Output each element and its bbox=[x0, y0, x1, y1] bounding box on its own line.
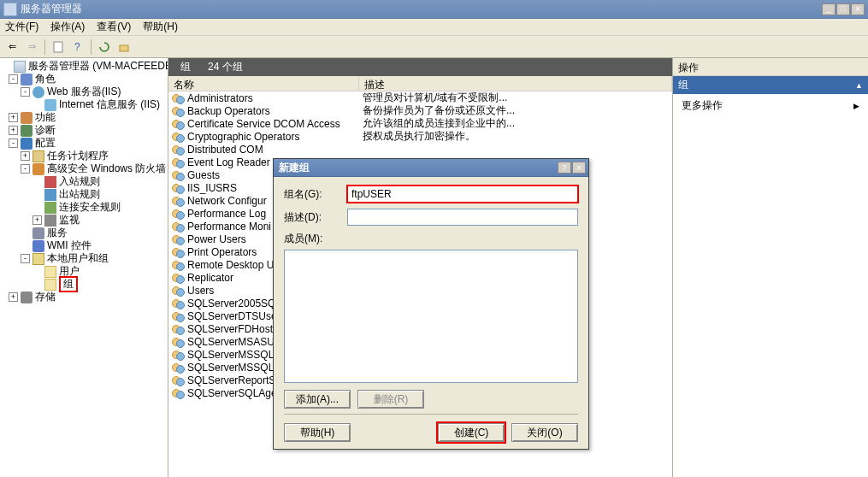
members-list[interactable] bbox=[284, 250, 578, 383]
tree-label: 入站规则 bbox=[59, 175, 100, 188]
diag-icon bbox=[21, 125, 32, 137]
row-name: SQLServerSQLAgen bbox=[187, 387, 282, 399]
tree-label: 任务计划程序 bbox=[47, 150, 109, 162]
tree-label: Web 服务器(IIS) bbox=[47, 85, 121, 98]
minimize-button[interactable]: _ bbox=[822, 3, 836, 15]
row-name: Performance Moni bbox=[187, 221, 271, 233]
help-icon: ? bbox=[72, 41, 84, 53]
row-name: SQLServerFDHostU bbox=[187, 323, 280, 335]
tree-features[interactable]: +功能 bbox=[0, 111, 168, 124]
group-icon bbox=[172, 246, 185, 258]
row-name: Guests bbox=[187, 169, 220, 181]
tree-firewall[interactable]: -高级安全 Windows 防火墙 bbox=[0, 162, 168, 175]
list-row[interactable]: Cryptographic Operators授权成员执行加密操作。 bbox=[168, 130, 672, 143]
list-row[interactable]: Backup Operators备份操作员为了备份或还原文件... bbox=[168, 104, 672, 117]
expand-icon[interactable]: + bbox=[9, 292, 18, 302]
tree-diag[interactable]: +诊断 bbox=[0, 124, 168, 137]
tree-groups[interactable]: 组 bbox=[0, 278, 168, 291]
create-button[interactable]: 创建(C) bbox=[438, 423, 505, 442]
col-desc[interactable]: 描述 bbox=[359, 76, 672, 91]
forward-button[interactable]: ⇒ bbox=[23, 38, 40, 56]
tree-web[interactable]: -Web 服务器(IIS) bbox=[0, 85, 168, 98]
tree-iis[interactable]: Internet 信息服务 (IIS) bbox=[0, 98, 168, 111]
page-icon bbox=[52, 41, 64, 53]
close-dialog-button[interactable]: 关闭(O) bbox=[511, 423, 578, 442]
tree-label: 高级安全 Windows 防火墙 bbox=[47, 162, 166, 175]
group-desc-input[interactable] bbox=[347, 209, 578, 226]
add-button[interactable]: 添加(A)... bbox=[284, 390, 351, 409]
close-button[interactable]: × bbox=[851, 3, 865, 15]
group-name-input[interactable] bbox=[347, 186, 578, 203]
list-header-count: 24 个组 bbox=[208, 60, 243, 74]
tool-button-4[interactable] bbox=[115, 38, 133, 56]
group-icon bbox=[172, 387, 185, 399]
svg-rect-2 bbox=[120, 45, 128, 51]
storage-icon bbox=[21, 292, 32, 303]
tool-button-3[interactable] bbox=[96, 38, 113, 56]
wmi-icon bbox=[32, 240, 44, 252]
expand-icon[interactable]: + bbox=[32, 215, 42, 225]
menu-view[interactable]: 查看(V) bbox=[97, 20, 131, 34]
refresh-icon bbox=[98, 41, 110, 53]
list-row[interactable]: Administrators管理员对计算机/域有不受限制... bbox=[168, 91, 672, 104]
list-header: 组 24 个组 bbox=[168, 58, 672, 76]
dialog-help-button[interactable]: ? bbox=[558, 162, 571, 174]
tool-button-2[interactable]: ? bbox=[69, 38, 86, 56]
group-icon bbox=[172, 310, 185, 322]
menu-file[interactable]: 文件(F) bbox=[5, 20, 38, 34]
actions-more[interactable]: 更多操作 ▶ bbox=[673, 94, 868, 117]
menubar: 文件(F) 操作(A) 查看(V) 帮助(H) bbox=[0, 19, 868, 36]
tree-users[interactable]: 用户 bbox=[0, 265, 168, 278]
tree-services[interactable]: 服务 bbox=[0, 227, 168, 239]
list-row[interactable]: Distributed COM bbox=[168, 143, 672, 156]
tree-task[interactable]: +任务计划程序 bbox=[0, 150, 168, 162]
expand-icon[interactable]: + bbox=[9, 113, 18, 122]
row-name: IIS_IUSRS bbox=[187, 182, 237, 194]
row-name: SQLServerMSASUse bbox=[187, 336, 286, 348]
actions-pane: 操作 组 ▲ 更多操作 ▶ bbox=[673, 58, 868, 477]
arrow-left-icon: ⇐ bbox=[9, 41, 16, 52]
iis-icon bbox=[44, 99, 56, 111]
tree-local-users-groups[interactable]: -本地用户和组 bbox=[0, 252, 168, 265]
tree-roles[interactable]: -角色 bbox=[0, 73, 168, 85]
row-name: SQLServerDTSUser bbox=[187, 310, 280, 322]
web-icon bbox=[32, 86, 44, 98]
tree-label: 角色 bbox=[35, 73, 56, 85]
collapse-icon[interactable]: - bbox=[21, 164, 30, 174]
tree-storage[interactable]: +存储 bbox=[0, 291, 168, 303]
help-button[interactable]: 帮助(H) bbox=[284, 423, 351, 442]
task-icon bbox=[32, 150, 44, 162]
tool-button-1[interactable] bbox=[50, 38, 67, 56]
menu-help[interactable]: 帮助(H) bbox=[143, 20, 178, 34]
row-name: SQLServerReportS bbox=[187, 374, 275, 386]
tree-fw-sec[interactable]: 连接安全规则 bbox=[0, 201, 168, 214]
tree-wmi[interactable]: WMI 控件 bbox=[0, 239, 168, 252]
tree-monitor[interactable]: +监视 bbox=[0, 214, 168, 227]
server-icon bbox=[14, 61, 26, 73]
tree-fw-in[interactable]: 入站规则 bbox=[0, 175, 168, 188]
list-row[interactable]: Certificate Service DCOM Access允许该组的成员连接… bbox=[168, 117, 672, 130]
group-icon bbox=[172, 323, 185, 335]
expand-icon[interactable]: + bbox=[21, 151, 30, 161]
remove-button[interactable]: 删除(R) bbox=[357, 390, 424, 409]
collapse-icon[interactable]: - bbox=[9, 138, 18, 148]
tree-label: 监视 bbox=[59, 214, 80, 227]
collapse-icon[interactable]: - bbox=[21, 87, 30, 97]
expand-icon[interactable]: + bbox=[9, 126, 18, 135]
menu-action[interactable]: 操作(A) bbox=[50, 20, 85, 34]
maximize-button[interactable]: □ bbox=[836, 3, 850, 15]
row-name: Administrators bbox=[187, 92, 253, 104]
back-button[interactable]: ⇐ bbox=[3, 38, 21, 56]
col-name[interactable]: 名称 bbox=[168, 76, 359, 91]
dialog-close-button[interactable]: × bbox=[572, 162, 586, 174]
group-icon bbox=[172, 169, 185, 181]
dialog-titlebar[interactable]: 新建组 ? × bbox=[274, 159, 588, 177]
collapse-icon[interactable]: - bbox=[21, 254, 30, 263]
navigation-tree[interactable]: 服务器管理器 (VM-MACFEEDBSJ) -角色 -Web 服务器(IIS)… bbox=[0, 58, 168, 477]
folder-icon bbox=[44, 279, 56, 291]
tree-root[interactable]: 服务器管理器 (VM-MACFEEDBSJ) bbox=[0, 60, 168, 73]
actions-subheader[interactable]: 组 ▲ bbox=[673, 76, 868, 94]
tree-config[interactable]: -配置 bbox=[0, 137, 168, 150]
collapse-icon[interactable]: - bbox=[9, 74, 18, 84]
tree-fw-out[interactable]: 出站规则 bbox=[0, 188, 168, 201]
